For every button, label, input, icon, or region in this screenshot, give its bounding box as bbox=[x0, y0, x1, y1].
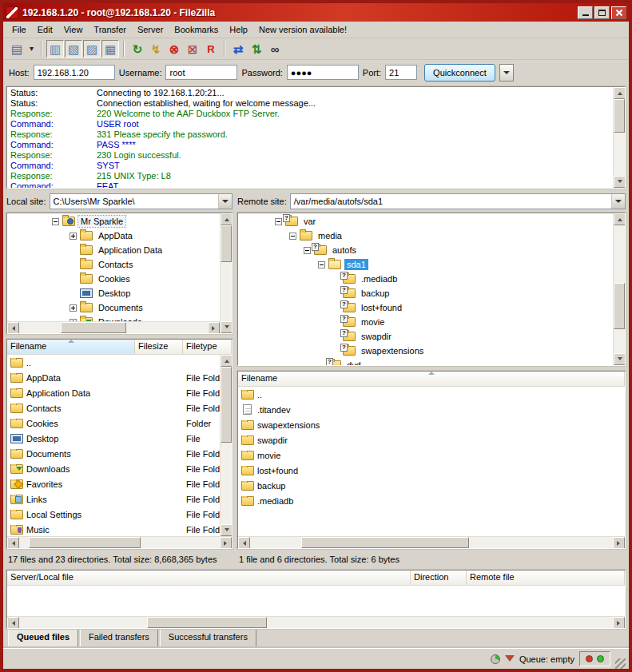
scroll-left-button[interactable] bbox=[7, 322, 19, 334]
toggle-message-log-icon[interactable]: ▥ bbox=[46, 40, 64, 58]
menu-item-transfer[interactable]: Transfer bbox=[88, 22, 132, 37]
scroll-right-button[interactable] bbox=[208, 322, 220, 334]
file-row[interactable]: Contacts File Folder bbox=[7, 400, 220, 416]
file-row[interactable]: lost+found bbox=[238, 463, 625, 478]
menu-item-view[interactable]: View bbox=[58, 22, 89, 37]
column-header-filetype[interactable]: Filetype bbox=[183, 340, 232, 354]
remote-tree-vertical-scrollbar[interactable] bbox=[613, 213, 625, 365]
scrollbar-thumb[interactable] bbox=[301, 537, 469, 548]
local-tree-vertical-scrollbar[interactable] bbox=[220, 213, 232, 333]
scroll-left-button[interactable] bbox=[7, 537, 19, 549]
synchronized-browsing-icon[interactable]: ⇅ bbox=[248, 40, 265, 58]
log-vertical-scrollbar[interactable] bbox=[613, 87, 625, 188]
tree-item[interactable]: Documents bbox=[7, 300, 220, 315]
username-input[interactable] bbox=[165, 65, 237, 80]
scrollbar-thumb[interactable] bbox=[147, 617, 267, 628]
file-row[interactable]: Application Data File Folder bbox=[7, 385, 220, 400]
remote-list-horizontal-scrollbar[interactable] bbox=[238, 536, 625, 548]
menu-item-new-version[interactable]: New version available! bbox=[253, 22, 352, 37]
toggle-local-tree-icon[interactable]: ▧ bbox=[65, 40, 82, 58]
tree-item[interactable]: Contacts bbox=[7, 257, 220, 272]
expander-icon[interactable] bbox=[332, 276, 340, 283]
file-row[interactable]: .titandev bbox=[238, 402, 625, 417]
scrollbar-track[interactable] bbox=[19, 537, 220, 548]
expander-icon[interactable] bbox=[70, 304, 77, 312]
site-manager-dropdown-icon[interactable]: ▾ bbox=[26, 40, 37, 58]
tree-item[interactable]: swapdir bbox=[238, 329, 613, 344]
expander-icon[interactable] bbox=[70, 233, 77, 240]
tree-item[interactable]: backup bbox=[238, 286, 613, 300]
menu-item-file[interactable]: File bbox=[6, 22, 32, 37]
expander-icon[interactable] bbox=[332, 319, 340, 326]
scroll-down-button[interactable] bbox=[614, 353, 626, 365]
scrollbar-track[interactable] bbox=[221, 225, 232, 321]
file-row[interactable]: Links File Folder bbox=[7, 491, 220, 507]
disconnect-icon[interactable]: ⊠ bbox=[184, 40, 201, 58]
expander-icon[interactable] bbox=[275, 218, 282, 225]
tree-item[interactable]: lost+found bbox=[238, 300, 613, 315]
expander-icon[interactable] bbox=[332, 348, 340, 355]
tree-item[interactable]: Mr Sparkle bbox=[7, 214, 220, 229]
scrollbar-thumb[interactable] bbox=[614, 99, 625, 133]
scroll-up-button[interactable] bbox=[221, 213, 233, 225]
tree-item[interactable]: .mediadb bbox=[238, 272, 613, 286]
scroll-left-button[interactable] bbox=[7, 617, 19, 629]
file-row[interactable]: Downloads File Folder bbox=[7, 461, 220, 476]
scrollbar-thumb[interactable] bbox=[29, 537, 141, 548]
menu-item-bookmarks[interactable]: Bookmarks bbox=[169, 22, 224, 37]
expander-icon[interactable] bbox=[70, 319, 77, 322]
expander-icon[interactable] bbox=[70, 261, 77, 268]
file-row[interactable]: AppData File Folder bbox=[7, 370, 220, 385]
find-files-icon[interactable]: ∞ bbox=[266, 40, 284, 58]
local-list-horizontal-scrollbar[interactable] bbox=[7, 536, 232, 548]
speed-limit-icon[interactable] bbox=[491, 654, 500, 664]
tree-item[interactable]: sda1 bbox=[238, 257, 613, 272]
tree-item[interactable]: Application Data bbox=[7, 243, 220, 257]
port-input[interactable] bbox=[385, 65, 417, 80]
scroll-left-button[interactable] bbox=[238, 537, 250, 549]
file-row[interactable]: .. bbox=[238, 387, 625, 402]
file-row[interactable]: Local Settings File Folder bbox=[7, 507, 220, 522]
expander-icon[interactable] bbox=[332, 304, 340, 312]
tree-item[interactable]: autofs bbox=[238, 243, 613, 257]
local-site-combobox[interactable]: C:\Users\Mr Sparkle\ bbox=[50, 193, 233, 209]
cancel-icon[interactable]: ⊗ bbox=[165, 40, 183, 58]
scroll-right-button[interactable] bbox=[220, 537, 232, 549]
tree-item[interactable]: movie bbox=[238, 315, 613, 329]
expander-icon[interactable] bbox=[70, 276, 77, 283]
tree-item[interactable]: var bbox=[238, 214, 613, 229]
toggle-remote-tree-icon[interactable]: ▨ bbox=[83, 40, 101, 58]
expander-icon[interactable] bbox=[289, 233, 296, 240]
scrollbar-thumb[interactable] bbox=[221, 225, 232, 262]
scrollbar-thumb[interactable] bbox=[221, 367, 232, 443]
file-row[interactable]: Cookies Folder bbox=[7, 416, 220, 431]
expander-icon[interactable] bbox=[318, 362, 325, 366]
column-header-filename[interactable]: Filename bbox=[7, 340, 135, 354]
column-header-filename[interactable]: Filename bbox=[238, 372, 625, 386]
quickconnect-button[interactable]: Quickconnect bbox=[424, 64, 495, 82]
tree-item[interactable]: Cookies bbox=[7, 272, 220, 286]
scroll-up-button[interactable] bbox=[614, 213, 626, 225]
scroll-down-button[interactable] bbox=[221, 321, 233, 333]
expander-icon[interactable] bbox=[70, 290, 77, 297]
file-row[interactable]: swapextensions bbox=[238, 417, 625, 432]
scroll-up-button[interactable] bbox=[221, 355, 233, 367]
scrollbar-track[interactable] bbox=[250, 537, 613, 548]
file-row[interactable]: Favorites File Folder bbox=[7, 476, 220, 491]
file-row[interactable]: .mediadb bbox=[238, 493, 625, 508]
tab-queued-files[interactable]: Queued files bbox=[8, 630, 78, 648]
local-tree-horizontal-scrollbar[interactable] bbox=[7, 321, 220, 333]
scrollbar-track[interactable] bbox=[614, 99, 625, 176]
expander-icon[interactable] bbox=[318, 261, 325, 268]
toggle-queue-icon[interactable]: ▦ bbox=[101, 40, 119, 58]
local-site-dropdown-button[interactable] bbox=[218, 194, 232, 209]
expander-icon[interactable] bbox=[332, 333, 340, 340]
local-list-vertical-scrollbar[interactable] bbox=[220, 355, 232, 536]
resize-grip[interactable] bbox=[615, 658, 626, 669]
scroll-right-button[interactable] bbox=[613, 537, 625, 549]
directory-comparison-icon[interactable]: ⇄ bbox=[229, 40, 247, 58]
menu-item-help[interactable]: Help bbox=[224, 22, 253, 37]
file-row[interactable]: Music File Folder bbox=[7, 522, 220, 536]
remote-site-combobox[interactable]: /var/media/autofs/sda1 bbox=[290, 193, 626, 209]
file-row[interactable]: movie bbox=[238, 447, 625, 463]
